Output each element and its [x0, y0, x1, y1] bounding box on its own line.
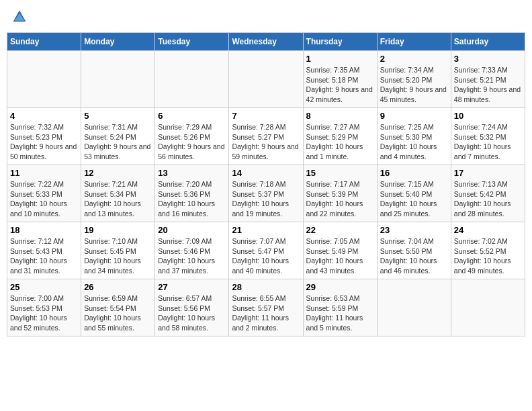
day-info: Sunrise: 7:17 AMSunset: 5:39 PMDaylight:… [306, 179, 374, 219]
calendar-cell: 16Sunrise: 7:15 AMSunset: 5:40 PMDayligh… [377, 165, 451, 222]
day-number: 26 [84, 282, 152, 292]
column-header-wednesday: Wednesday [229, 33, 303, 51]
day-number: 18 [10, 225, 78, 235]
calendar-cell: 10Sunrise: 7:24 AMSunset: 5:32 PMDayligh… [451, 108, 525, 165]
column-header-sunday: Sunday [7, 33, 81, 51]
column-header-saturday: Saturday [451, 33, 525, 51]
day-number: 2 [380, 54, 448, 64]
column-header-friday: Friday [377, 33, 451, 51]
calendar-cell: 14Sunrise: 7:18 AMSunset: 5:37 PMDayligh… [229, 165, 303, 222]
day-info: Sunrise: 7:15 AMSunset: 5:40 PMDaylight:… [380, 179, 448, 219]
week-row-1: 1Sunrise: 7:35 AMSunset: 5:18 PMDaylight… [7, 51, 525, 108]
day-info: Sunrise: 7:27 AMSunset: 5:29 PMDaylight:… [306, 122, 374, 162]
calendar-cell [451, 279, 525, 336]
calendar-cell: 1Sunrise: 7:35 AMSunset: 5:18 PMDaylight… [303, 51, 377, 108]
day-number: 15 [306, 168, 374, 178]
logo-icon [12, 9, 27, 24]
calendar-cell: 19Sunrise: 7:10 AMSunset: 5:45 PMDayligh… [81, 222, 155, 279]
column-header-monday: Monday [81, 33, 155, 51]
calendar-cell: 22Sunrise: 7:05 AMSunset: 5:49 PMDayligh… [303, 222, 377, 279]
week-row-3: 11Sunrise: 7:22 AMSunset: 5:33 PMDayligh… [7, 165, 525, 222]
day-number: 16 [380, 168, 448, 178]
day-number: 13 [158, 168, 226, 178]
calendar-header-row: SundayMondayTuesdayWednesdayThursdayFrid… [7, 33, 525, 51]
calendar-cell: 13Sunrise: 7:20 AMSunset: 5:36 PMDayligh… [155, 165, 229, 222]
calendar-cell: 11Sunrise: 7:22 AMSunset: 5:33 PMDayligh… [7, 165, 81, 222]
day-number: 23 [380, 225, 448, 235]
day-info: Sunrise: 6:57 AMSunset: 5:56 PMDaylight:… [158, 293, 226, 333]
day-info: Sunrise: 7:10 AMSunset: 5:45 PMDaylight:… [84, 236, 152, 276]
page-header [7, 7, 525, 27]
calendar-cell: 4Sunrise: 7:32 AMSunset: 5:23 PMDaylight… [7, 108, 81, 165]
day-info: Sunrise: 7:05 AMSunset: 5:49 PMDaylight:… [306, 236, 374, 276]
calendar-cell [81, 51, 155, 108]
calendar-cell: 27Sunrise: 6:57 AMSunset: 5:56 PMDayligh… [155, 279, 229, 336]
day-number: 10 [454, 111, 522, 121]
day-number: 11 [10, 168, 78, 178]
day-number: 24 [454, 225, 522, 235]
calendar-table: SundayMondayTuesdayWednesdayThursdayFrid… [7, 32, 525, 336]
calendar-cell: 18Sunrise: 7:12 AMSunset: 5:43 PMDayligh… [7, 222, 81, 279]
day-info: Sunrise: 7:02 AMSunset: 5:52 PMDaylight:… [454, 236, 522, 276]
calendar-cell: 21Sunrise: 7:07 AMSunset: 5:47 PMDayligh… [229, 222, 303, 279]
day-number: 7 [232, 111, 300, 121]
column-header-tuesday: Tuesday [155, 33, 229, 51]
day-info: Sunrise: 7:22 AMSunset: 5:33 PMDaylight:… [10, 179, 78, 219]
day-number: 29 [306, 282, 374, 292]
calendar-cell: 8Sunrise: 7:27 AMSunset: 5:29 PMDaylight… [303, 108, 377, 165]
calendar-cell: 5Sunrise: 7:31 AMSunset: 5:24 PMDaylight… [81, 108, 155, 165]
day-info: Sunrise: 6:53 AMSunset: 5:59 PMDaylight:… [306, 293, 374, 333]
calendar-cell: 6Sunrise: 7:29 AMSunset: 5:26 PMDaylight… [155, 108, 229, 165]
calendar-cell: 17Sunrise: 7:13 AMSunset: 5:42 PMDayligh… [451, 165, 525, 222]
day-info: Sunrise: 7:09 AMSunset: 5:46 PMDaylight:… [158, 236, 226, 276]
day-number: 19 [84, 225, 152, 235]
day-info: Sunrise: 7:00 AMSunset: 5:53 PMDaylight:… [10, 293, 78, 333]
week-row-5: 25Sunrise: 7:00 AMSunset: 5:53 PMDayligh… [7, 279, 525, 336]
day-info: Sunrise: 7:20 AMSunset: 5:36 PMDaylight:… [158, 179, 226, 219]
calendar-cell: 29Sunrise: 6:53 AMSunset: 5:59 PMDayligh… [303, 279, 377, 336]
calendar-cell [7, 51, 81, 108]
day-number: 21 [232, 225, 300, 235]
day-info: Sunrise: 7:21 AMSunset: 5:34 PMDaylight:… [84, 179, 152, 219]
week-row-2: 4Sunrise: 7:32 AMSunset: 5:23 PMDaylight… [7, 108, 525, 165]
logo [12, 9, 28, 24]
calendar-cell: 15Sunrise: 7:17 AMSunset: 5:39 PMDayligh… [303, 165, 377, 222]
day-info: Sunrise: 7:35 AMSunset: 5:18 PMDaylight:… [306, 65, 374, 105]
day-number: 3 [454, 54, 522, 64]
calendar-cell: 20Sunrise: 7:09 AMSunset: 5:46 PMDayligh… [155, 222, 229, 279]
day-number: 9 [380, 111, 448, 121]
day-number: 14 [232, 168, 300, 178]
day-info: Sunrise: 7:12 AMSunset: 5:43 PMDaylight:… [10, 236, 78, 276]
day-info: Sunrise: 7:24 AMSunset: 5:32 PMDaylight:… [454, 122, 522, 162]
calendar-cell: 24Sunrise: 7:02 AMSunset: 5:52 PMDayligh… [451, 222, 525, 279]
day-info: Sunrise: 7:33 AMSunset: 5:21 PMDaylight:… [454, 65, 522, 105]
day-number: 20 [158, 225, 226, 235]
day-number: 5 [84, 111, 152, 121]
day-info: Sunrise: 7:13 AMSunset: 5:42 PMDaylight:… [454, 179, 522, 219]
day-number: 22 [306, 225, 374, 235]
day-info: Sunrise: 7:34 AMSunset: 5:20 PMDaylight:… [380, 65, 448, 105]
day-info: Sunrise: 7:31 AMSunset: 5:24 PMDaylight:… [84, 122, 152, 162]
day-info: Sunrise: 7:18 AMSunset: 5:37 PMDaylight:… [232, 179, 300, 219]
day-number: 25 [10, 282, 78, 292]
day-number: 27 [158, 282, 226, 292]
day-info: Sunrise: 7:28 AMSunset: 5:27 PMDaylight:… [232, 122, 300, 162]
calendar-cell [155, 51, 229, 108]
calendar-cell: 23Sunrise: 7:04 AMSunset: 5:50 PMDayligh… [377, 222, 451, 279]
calendar-cell: 9Sunrise: 7:25 AMSunset: 5:30 PMDaylight… [377, 108, 451, 165]
day-info: Sunrise: 6:55 AMSunset: 5:57 PMDaylight:… [232, 293, 300, 333]
calendar-cell [377, 279, 451, 336]
calendar-cell [229, 51, 303, 108]
day-info: Sunrise: 7:04 AMSunset: 5:50 PMDaylight:… [380, 236, 448, 276]
week-row-4: 18Sunrise: 7:12 AMSunset: 5:43 PMDayligh… [7, 222, 525, 279]
day-number: 4 [10, 111, 78, 121]
day-number: 1 [306, 54, 374, 64]
day-number: 28 [232, 282, 300, 292]
calendar-cell: 2Sunrise: 7:34 AMSunset: 5:20 PMDaylight… [377, 51, 451, 108]
day-info: Sunrise: 7:25 AMSunset: 5:30 PMDaylight:… [380, 122, 448, 162]
calendar-cell: 12Sunrise: 7:21 AMSunset: 5:34 PMDayligh… [81, 165, 155, 222]
calendar-cell: 3Sunrise: 7:33 AMSunset: 5:21 PMDaylight… [451, 51, 525, 108]
day-info: Sunrise: 6:59 AMSunset: 5:54 PMDaylight:… [84, 293, 152, 333]
day-number: 17 [454, 168, 522, 178]
calendar-cell: 7Sunrise: 7:28 AMSunset: 5:27 PMDaylight… [229, 108, 303, 165]
